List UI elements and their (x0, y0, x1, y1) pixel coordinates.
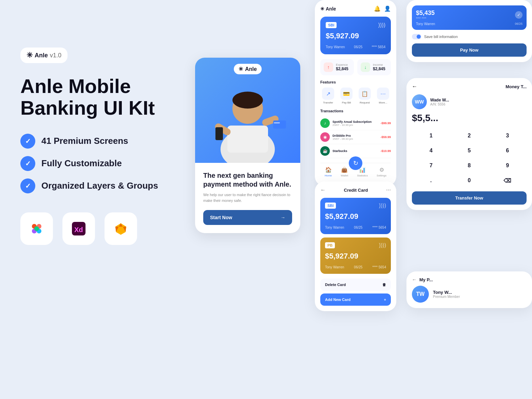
bank-balance: $5,927.09 (326, 32, 385, 40)
key-6[interactable]: 6 (488, 143, 527, 158)
expense-icon: ↑ (324, 62, 333, 72)
wallet-icon: 👜 (341, 167, 348, 173)
money-transfer-screen: ← Money T... WW Wade W... A/N: 5556 $5,5… (406, 78, 532, 210)
center-tagline: The next gen banking payment method with… (203, 171, 292, 189)
svg-point-14 (232, 92, 263, 109)
pay-card: $5,435 **** **** ✓ Tony Warren 06/25 (412, 5, 527, 30)
phone-header: ✳ Anle 🔔 👤 (320, 5, 391, 12)
feature-transfer[interactable]: ↗ Transfer (320, 88, 336, 104)
key-7[interactable]: 7 (412, 158, 450, 173)
key-3[interactable]: 3 (488, 128, 527, 143)
key-1[interactable]: 1 (412, 128, 450, 143)
card-holder-name: Tony Warren (326, 45, 345, 49)
add-card-button[interactable]: Add New Card + (320, 293, 391, 306)
transfer-now-button[interactable]: Transfer Now (412, 191, 527, 205)
key-0[interactable]: 0 (450, 173, 489, 188)
income-icon: ↓ (361, 62, 370, 72)
key-dot[interactable]: . (412, 173, 450, 188)
feature-label-3: Organized Layers & Groups (41, 180, 158, 191)
svg-point-4 (34, 226, 39, 231)
blue-card-balance: $5,927.09 (325, 212, 386, 221)
key-8[interactable]: 8 (450, 158, 489, 173)
brand-version: v1.0 (50, 52, 61, 59)
gold-card-footer: Tony Warren 06/25 **** 5654 (325, 265, 386, 269)
center-card-content: The next gen banking payment method with… (195, 163, 300, 233)
feature-more[interactable]: ⋯ More... (375, 88, 391, 104)
features-list: ✓ 41 Premium Screens ✓ Fully Customizabl… (20, 134, 197, 193)
transfer-amount: $5,5... (412, 113, 527, 124)
blue-card-header: SBI )))) (325, 203, 386, 209)
card-image-area: ✳ Anle (195, 58, 300, 163)
dribbble-icon: ◉ (320, 132, 330, 142)
feature-label-2: Fully Customizable (41, 158, 122, 169)
feature-request[interactable]: 📋 Request (357, 88, 373, 104)
income-stat: ↓ Income $2,845 (357, 59, 391, 75)
center-desc: We help our user to make the right fianc… (203, 192, 292, 203)
nav-settings[interactable]: ⚙ Settings (377, 167, 386, 177)
wifi-icon-gold: )))) (379, 242, 386, 248)
starbucks-icon: ☕ (320, 146, 330, 156)
check-icon-1: ✓ (20, 134, 35, 149)
bank-card-footer: Tony Warren 06/25 **** 5654 (326, 45, 385, 49)
delete-card-button[interactable]: Delete Card 🗑 (320, 279, 391, 291)
back-button[interactable]: ← (320, 187, 326, 193)
save-bill-toggle[interactable] (412, 34, 421, 39)
home-icon: 🏠 (325, 167, 332, 173)
more-options-button[interactable]: ⋯ (386, 187, 391, 193)
credit-card-gold: PB )))) $5,927.09 Tony Warren 06/25 ****… (320, 238, 391, 274)
gold-card-balance: $5,927.09 (325, 252, 386, 261)
check-icon-2: ✓ (20, 156, 35, 171)
bottom-nav: 🏠 Home 👜 Wallet ↻ 📊 Statistics ⚙ Setting… (320, 163, 391, 180)
banking-dashboard-screen: ✳ Anle 🔔 👤 SBI )))) $5,927.09 Tony Warre… (315, 0, 396, 186)
pay-card-header: $5,435 **** **** ✓ (416, 10, 522, 20)
wifi-icon-blue: )))) (379, 203, 386, 209)
profile-icon: 👤 (384, 5, 391, 12)
credit-card-screen: ← Credit Card ⋯ SBI )))) $5,927.09 Tony … (315, 182, 396, 311)
profile-header: ← My P... (412, 277, 527, 282)
bell-icon: 🔔 (374, 5, 381, 12)
bank-card-header: SBI )))) (326, 22, 385, 28)
save-bill-row: Save bill information (412, 34, 527, 39)
card-expiry: 06/25 (354, 45, 362, 49)
transaction-starbucks: ☕ Starbucks -$10.99 (320, 144, 391, 158)
stats-row: ↑ Expence $2,845 ↓ Income $2,845 (320, 59, 391, 75)
sbi-logo: SBI (326, 22, 337, 28)
xd-icon: Xd (62, 212, 95, 245)
key-backspace[interactable]: ⌫ (488, 173, 527, 188)
check-icon-3: ✓ (20, 178, 35, 193)
more-icon: ⋯ (377, 88, 389, 100)
svg-rect-19 (273, 120, 286, 129)
back-button-transfer[interactable]: ← (412, 83, 417, 90)
svg-text:Xd: Xd (74, 226, 83, 233)
person-avatar: WW (412, 94, 427, 109)
transaction-dribbble: ◉ Dribbble Pro 15/07 - 09:33 pm -$59.99 (320, 130, 391, 144)
start-now-button[interactable]: Start Now → (203, 210, 292, 225)
phone-header-icons: 🔔 👤 (374, 5, 391, 12)
spotify-icon: ♪ (320, 118, 330, 128)
transaction-spotify: ♪ Spotify Anual Subscription 23/07 - 10:… (320, 116, 391, 130)
profile-screen: ← My P... TW Tony W... Premium Member (406, 271, 532, 308)
transfer-header: ← Money T... (412, 83, 527, 90)
key-5[interactable]: 5 (450, 143, 489, 158)
back-button-profile[interactable]: ← (412, 277, 417, 282)
features-grid: ↗ Transfer 💳 Pay Bill 📋 Request ⋯ More..… (320, 88, 391, 104)
key-2[interactable]: 2 (450, 128, 489, 143)
key-4[interactable]: 4 (412, 143, 450, 158)
nav-home[interactable]: 🏠 Home (325, 167, 332, 177)
nav-wallet[interactable]: 👜 Wallet (341, 167, 348, 177)
request-icon: 📋 (359, 88, 371, 100)
transfer-person: WW Wade W... A/N: 5556 (412, 94, 527, 109)
pay-now-button[interactable]: Pay Now (412, 43, 527, 57)
key-9[interactable]: 9 (488, 158, 527, 173)
feature-label-1: 41 Premium Screens (41, 136, 128, 146)
gold-card-header: PB )))) (325, 242, 386, 248)
feature-pay-bill[interactable]: 💳 Pay Bill (339, 88, 354, 104)
fab-button[interactable]: ↻ (349, 156, 362, 170)
credit-card-title: Credit Card (344, 188, 368, 193)
credit-card-header: ← Credit Card ⋯ (320, 187, 391, 193)
figma-icon (20, 212, 53, 245)
center-phone-card: ✳ Anle The next gen banking payment meth… (195, 58, 300, 233)
main-title: Anle Mobile Banking UI KIt (20, 75, 197, 119)
svg-rect-18 (215, 127, 223, 140)
blue-card-footer: Tony Warren 06/25 **** 5654 (325, 226, 386, 229)
